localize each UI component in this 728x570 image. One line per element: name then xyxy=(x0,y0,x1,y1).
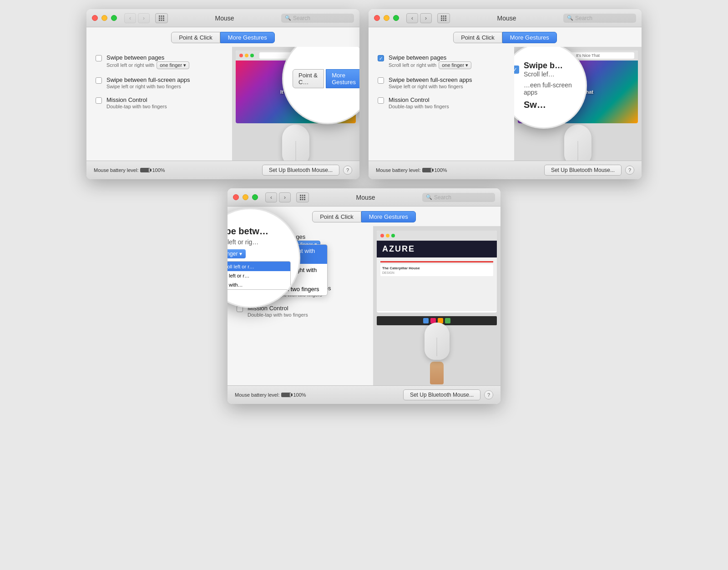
footer-3: Mouse battery level: 100% Set Up Bluetoo… xyxy=(228,385,500,404)
azure-browser-bar-3 xyxy=(377,231,497,241)
azure-logo-3: AZURE xyxy=(382,244,415,254)
gesture-desc-mission-1: Double-tap with two fingers xyxy=(106,104,167,109)
titlebar-2: ‹ › Mouse 🔍 Search xyxy=(369,9,642,27)
titlebar-1: ‹ › Mouse 🔍 Search xyxy=(86,9,359,27)
max-btn-2[interactable] xyxy=(393,15,399,21)
dropdown-swipe-2[interactable]: one finger ▾ xyxy=(439,61,471,69)
battery-label-3: Mouse battery level: xyxy=(235,392,279,398)
back-btn-1[interactable]: ‹ xyxy=(124,13,136,23)
close-btn-3[interactable] xyxy=(233,194,239,200)
window-title-1: Mouse xyxy=(172,15,278,22)
tab-more-gestures-2[interactable]: More Gestures xyxy=(502,32,557,43)
svg-rect-5 xyxy=(163,17,164,19)
checkbox-swipe-pages-2[interactable]: ✓ xyxy=(378,55,384,61)
help-btn-2[interactable]: ? xyxy=(625,166,634,175)
svg-rect-14 xyxy=(445,17,446,19)
svg-rect-13 xyxy=(443,17,445,19)
svg-rect-17 xyxy=(445,20,446,21)
search-box-3[interactable]: 🔍 Search xyxy=(422,193,495,202)
window-content-1: Swipe between pages Scroll left or right… xyxy=(86,47,359,161)
svg-rect-15 xyxy=(441,20,442,21)
battery-label-2: Mouse battery level: xyxy=(376,167,420,173)
window-title-3: Mouse xyxy=(313,194,419,201)
window-content-2: ✓ Swipe between pages Scroll left or rig… xyxy=(369,47,642,161)
gesture-swipe-fullscreen-2: Swipe between full-screen apps Swipe lef… xyxy=(378,76,505,89)
battery-1: Mouse battery level: 100% xyxy=(94,167,165,173)
window-1: ‹ › Mouse 🔍 Search Point & Click More Ge… xyxy=(86,9,359,179)
left-panel-3: ✓ Swipe between pages Scroll left or rig… xyxy=(228,226,373,385)
gesture-desc-swipe-pages-2: Scroll left or right with one finger ▾ xyxy=(389,61,471,69)
back-btn-3[interactable]: ‹ xyxy=(265,192,277,202)
setup-btn-2[interactable]: Set Up Bluetooth Mouse... xyxy=(544,165,622,176)
checkbox-mission-2[interactable] xyxy=(378,97,384,104)
svg-rect-26 xyxy=(304,199,305,200)
checkbox-swipe-fullscreen-1[interactable] xyxy=(96,77,102,84)
gesture-desc-fullscreen-1: Swipe left or right with two fingers xyxy=(106,84,190,89)
search-box-1[interactable]: 🔍 Search xyxy=(281,14,354,23)
grid-btn-2[interactable] xyxy=(437,13,450,23)
gesture-desc-mission-2: Double-tap with two fingers xyxy=(389,104,449,109)
gesture-label-swipe-pages-1: Swipe between pages xyxy=(106,54,189,61)
bottom-row: ‹ › Mouse 🔍 Search Point & Click More Ge… xyxy=(228,188,500,404)
setup-btn-1[interactable]: Set Up Bluetooth Mouse... xyxy=(262,165,339,176)
mouse-shape-2 xyxy=(564,125,592,161)
setup-btn-3[interactable]: Set Up Bluetooth Mouse... xyxy=(403,389,480,400)
checkbox-mission-1[interactable] xyxy=(96,97,102,104)
window-2: ‹ › Mouse 🔍 Search Point & Click More Ge… xyxy=(369,9,642,179)
forward-btn-1[interactable]: › xyxy=(138,13,150,23)
tab-point-click-2[interactable]: Point & Click xyxy=(453,32,502,43)
dropdown-swipe-1[interactable]: one finger ▾ xyxy=(157,61,189,69)
window-content-3: ✓ Swipe between pages Scroll left or rig… xyxy=(228,226,500,385)
battery-bar-1 xyxy=(140,168,150,172)
svg-rect-20 xyxy=(304,195,305,196)
magnifier-opt-2-3: Swipe left or r… xyxy=(228,271,290,280)
max-btn-1[interactable] xyxy=(111,15,117,21)
azure-body-3: The Caterpillar House DESIGN xyxy=(377,257,497,311)
battery-percent-1: 100% xyxy=(152,167,165,173)
tab-point-click-1[interactable]: Point & Click xyxy=(171,32,220,43)
gesture-swipe-pages-2: ✓ Swipe between pages Scroll left or rig… xyxy=(378,54,505,69)
gesture-label-mission-2: Mission Control xyxy=(389,96,449,103)
close-btn-2[interactable] xyxy=(374,15,380,21)
gesture-label-fullscreen-2: Swipe between full-screen apps xyxy=(389,76,472,83)
help-btn-1[interactable]: ? xyxy=(343,166,352,175)
forward-btn-2[interactable]: › xyxy=(420,13,432,23)
checkbox-swipe-pages-1[interactable] xyxy=(96,55,102,61)
search-box-2[interactable]: 🔍 Search xyxy=(563,14,636,23)
tab-more-gestures-1[interactable]: More Gestures xyxy=(220,32,275,43)
tab-more-gestures-3[interactable]: More Gestures xyxy=(361,211,416,222)
azure-section-3: DESIGN xyxy=(382,271,491,274)
magnifier-content-1: Point & C… More Gestures xyxy=(283,60,359,97)
magnifier-dropdown-3: ✓ Scroll left or r… Swipe left or r… Swi… xyxy=(228,261,291,290)
magnifier-opt-1-3: ✓ Scroll left or r… xyxy=(228,262,290,271)
svg-rect-1 xyxy=(161,15,162,17)
back-btn-2[interactable]: ‹ xyxy=(406,13,418,23)
magnifier-sub-text-2: Scroll lef… xyxy=(524,71,563,78)
svg-rect-23 xyxy=(304,197,305,198)
forward-btn-3[interactable]: › xyxy=(279,192,291,202)
battery-bar-2 xyxy=(422,168,432,172)
svg-rect-4 xyxy=(161,17,162,19)
magnifier-checkbox-2: ✓ xyxy=(514,66,519,74)
azure-red-bar-3 xyxy=(380,261,493,262)
battery-3: Mouse battery level: 100% xyxy=(235,392,306,398)
grid-btn-3[interactable] xyxy=(296,192,309,202)
svg-rect-19 xyxy=(302,195,303,196)
finger-shape-3 xyxy=(430,362,444,384)
gesture-swipe-fullscreen-1: Swipe between full-screen apps Swipe lef… xyxy=(96,76,223,89)
tab-point-click-3[interactable]: Point & Click xyxy=(312,211,361,222)
checkbox-swipe-fullscreen-2[interactable] xyxy=(378,77,384,84)
magnifier-opt1-label: Scroll left or r… xyxy=(228,264,254,269)
min-btn-1[interactable] xyxy=(101,15,107,21)
close-btn-1[interactable] xyxy=(92,15,98,21)
battery-bar-3 xyxy=(281,393,291,397)
svg-rect-21 xyxy=(300,197,301,198)
footer-1: Mouse battery level: 100% Set Up Bluetoo… xyxy=(86,161,359,179)
mouse-line-3 xyxy=(437,338,437,356)
min-btn-3[interactable] xyxy=(243,194,248,200)
grid-btn-1[interactable] xyxy=(155,13,168,23)
gesture-label-fullscreen-1: Swipe between full-screen apps xyxy=(106,76,190,83)
max-btn-3[interactable] xyxy=(252,194,258,200)
help-btn-3[interactable]: ? xyxy=(484,390,493,399)
min-btn-2[interactable] xyxy=(384,15,389,21)
